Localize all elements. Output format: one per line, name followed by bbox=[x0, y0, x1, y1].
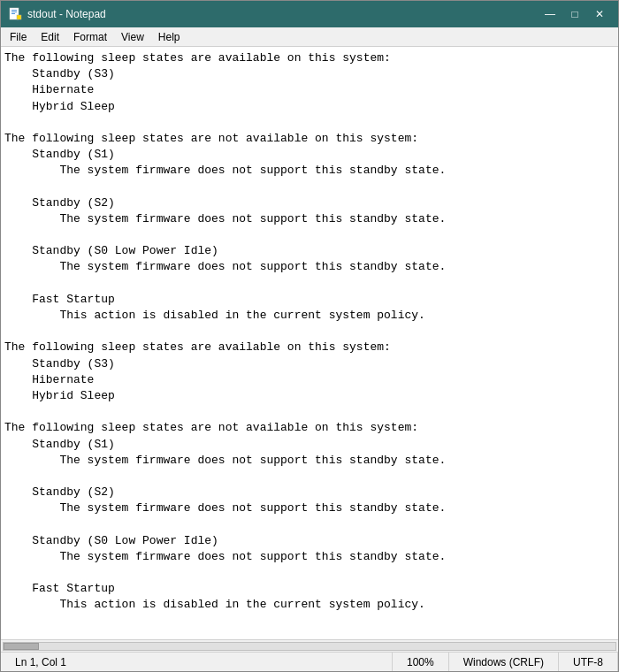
title-bar-left: stdout - Notepad bbox=[8, 7, 106, 21]
menu-edit[interactable]: Edit bbox=[34, 29, 66, 45]
scrollbar-track[interactable] bbox=[3, 642, 616, 651]
menu-bar: File Edit Format View Help bbox=[1, 27, 618, 47]
status-encoding: UTF-8 bbox=[559, 653, 618, 671]
status-position: Ln 1, Col 1 bbox=[1, 653, 393, 671]
minimize-button[interactable]: — bbox=[539, 5, 562, 23]
close-button[interactable]: ✕ bbox=[588, 5, 611, 23]
menu-help[interactable]: Help bbox=[151, 29, 187, 45]
window-controls: — □ ✕ bbox=[539, 5, 611, 23]
status-line-ending: Windows (CRLF) bbox=[449, 653, 559, 671]
status-bar: Ln 1, Col 1 100% Windows (CRLF) UTF-8 bbox=[1, 652, 618, 671]
zoom-level: 100% bbox=[407, 656, 434, 668]
svg-rect-1 bbox=[11, 10, 17, 11]
menu-file[interactable]: File bbox=[3, 29, 34, 45]
maximize-button[interactable]: □ bbox=[563, 5, 586, 23]
line-ending: Windows (CRLF) bbox=[463, 656, 544, 668]
text-content: The following sleep states are available… bbox=[4, 50, 615, 614]
status-zoom: 100% bbox=[393, 653, 449, 671]
svg-rect-4 bbox=[17, 15, 21, 19]
svg-rect-3 bbox=[11, 13, 15, 14]
scrollbar-thumb[interactable] bbox=[4, 643, 39, 650]
text-editor-area[interactable]: The following sleep states are available… bbox=[1, 47, 618, 639]
title-bar: stdout - Notepad — □ ✕ bbox=[1, 1, 618, 27]
notepad-icon bbox=[8, 7, 22, 21]
window-title: stdout - Notepad bbox=[27, 8, 106, 20]
encoding: UTF-8 bbox=[573, 656, 603, 668]
cursor-position: Ln 1, Col 1 bbox=[15, 656, 66, 668]
menu-view[interactable]: View bbox=[114, 29, 151, 45]
horizontal-scrollbar[interactable] bbox=[1, 639, 618, 652]
svg-rect-2 bbox=[11, 11, 17, 12]
notepad-window: stdout - Notepad — □ ✕ File Edit Format … bbox=[0, 0, 619, 672]
menu-format[interactable]: Format bbox=[66, 29, 114, 45]
